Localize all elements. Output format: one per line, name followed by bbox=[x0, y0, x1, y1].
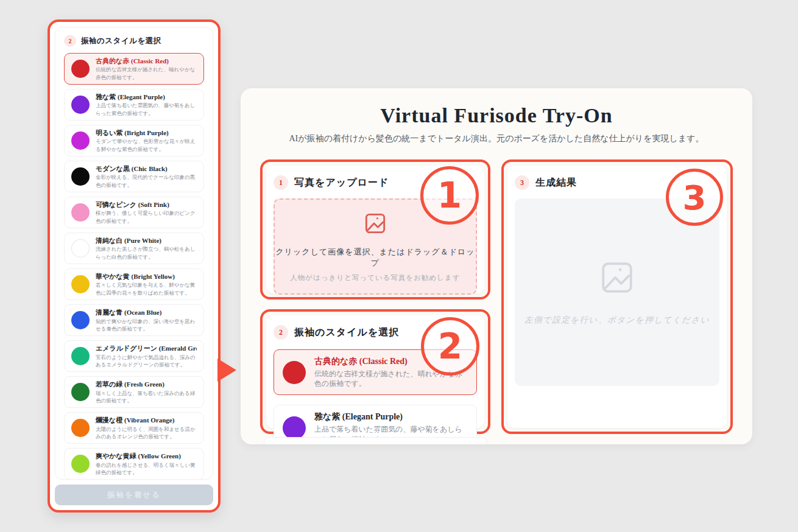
style-desc: 金彩が映える、現代的でクールな印象の黒色の振袖です。 bbox=[96, 173, 197, 189]
style-name: 清純な白 (Pure White) bbox=[96, 236, 197, 245]
color-swatch bbox=[71, 60, 90, 78]
style-name: モダンな黒 (Chic Black) bbox=[96, 164, 197, 173]
style-list: 古典的な赤 (Classic Red)伝統的な吉祥文様が施された、晴れやかな赤色… bbox=[64, 53, 204, 480]
color-swatch bbox=[71, 419, 90, 437]
annotation-circle-2: 2 bbox=[421, 317, 479, 376]
dropzone-instruction: クリックして画像を選択、またはドラッグ＆ドロップ bbox=[275, 247, 476, 268]
section-title: 生成結果 bbox=[535, 177, 577, 189]
style-desc: モダンで華やかな、色彩豊かな花々が映える鮮やかな紫色の振袖です。 bbox=[96, 138, 197, 153]
style-desc: 洗練された美しさが際立つ、鶴や松をあしらった白色の振袖です。 bbox=[96, 245, 197, 261]
style-desc: 春の訪れを感じさせる、明るく瑞々しい黄緑色の振袖です。 bbox=[96, 461, 197, 477]
style-option-fresh-green[interactable]: 若草の緑 (Fresh Green)瑞々しく上品な、落ち着いた深みのある緑色の振… bbox=[64, 376, 204, 408]
style-desc: 若々しく元気な印象を与える、鮮やかな黄色に四季の花々を散りばめた振袖です。 bbox=[96, 281, 197, 296]
style-option-bright-purple[interactable]: 明るい紫 (Bright Purple)モダンで華やかな、色彩豊かな花々が映える… bbox=[64, 125, 204, 156]
style-option-classic-red[interactable]: 古典的な赤 (Classic Red)伝統的な吉祥文様が施された、晴れやかな赤色… bbox=[64, 53, 204, 85]
style-name: 明るい紫 (Bright Purple) bbox=[305, 443, 478, 444]
image-icon bbox=[363, 211, 387, 238]
annotation-arrow-icon bbox=[217, 359, 236, 382]
step-badge: 2 bbox=[64, 35, 76, 47]
page-title: Virtual Furisode Try-On bbox=[241, 104, 752, 127]
style-select-panel: 2 振袖のスタイルを選択 古典的な赤 (Classic Red)伝統的な吉祥文様… bbox=[55, 27, 213, 480]
style-name: 若草の緑 (Fresh Green) bbox=[96, 380, 197, 389]
style-name: 雅な紫 (Elegant Purple) bbox=[96, 93, 197, 102]
style-option-pure-white[interactable]: 清純な白 (Pure White)洗練された美しさが際立つ、鶴や松をあしらった白… bbox=[64, 233, 204, 264]
style-option-ocean-blue[interactable]: 清麗な青 (Ocean Blue)知的で爽やかな印象の、深い海や空を思わせる青色… bbox=[64, 304, 204, 336]
style-name: 明るい紫 (Bright Purple) bbox=[96, 128, 197, 138]
color-swatch bbox=[71, 131, 90, 150]
color-swatch bbox=[71, 455, 90, 473]
color-swatch bbox=[283, 361, 306, 384]
color-swatch bbox=[71, 167, 90, 186]
result-placeholder: 左側で設定を行い、ボタンを押してください bbox=[515, 198, 719, 386]
section-title: 写真をアップロード bbox=[294, 177, 389, 189]
style-name: 華やかな黄 (Bright Yellow) bbox=[96, 272, 197, 281]
style-option-elegant-purple[interactable]: 雅な紫 (Elegant Purple)上品で落ち着いた雰囲気の、藤や菊をあしら… bbox=[64, 89, 204, 121]
style-option-bright-purple[interactable]: 明るい紫 (Bright Purple)モダンで華やかな、色彩豊かな花々が映える… bbox=[264, 437, 487, 444]
style-option-emerald-green[interactable]: エメラルドグリーン (Emerald Green)宝石のように鮮やかで気品溢れる… bbox=[64, 340, 204, 372]
color-swatch bbox=[283, 416, 306, 439]
panel-header: 2 振袖のスタイルを選択 bbox=[64, 35, 204, 47]
style-desc: 上品で落ち着いた雰囲気の、藤や菊をあしらった紫色の振袖です。 bbox=[96, 102, 197, 117]
style-name: 爽やかな黄緑 (Yellow Green) bbox=[96, 452, 197, 461]
color-swatch bbox=[71, 347, 90, 365]
panel-title: 振袖のスタイルを選択 bbox=[81, 36, 161, 46]
style-name: 雅な紫 (Elegant Purple) bbox=[314, 411, 468, 423]
annotation-circle-3: 3 bbox=[666, 169, 723, 226]
dress-up-button[interactable]: 振袖を着せる bbox=[55, 485, 213, 505]
style-option-chic-black[interactable]: モダンな黒 (Chic Black)金彩が映える、現代的でクールな印象の黒色の振… bbox=[64, 161, 204, 192]
color-swatch bbox=[71, 383, 90, 401]
page: 2 振袖のスタイルを選択 古典的な赤 (Classic Red)伝統的な吉祥文様… bbox=[0, 0, 798, 532]
color-swatch bbox=[71, 275, 90, 293]
style-option-bright-yellow[interactable]: 華やかな黄 (Bright Yellow)若々しく元気な印象を与える、鮮やかな黄… bbox=[64, 268, 204, 300]
style-desc: 瑞々しく上品な、落ち着いた深みのある緑色の振袖です。 bbox=[96, 390, 197, 405]
step-badge: 3 bbox=[515, 175, 529, 190]
color-swatch bbox=[71, 96, 90, 114]
style-desc: 宝石のように鮮やかで気品溢れる、深みのあるエメラルドグリーンの振袖です。 bbox=[96, 354, 197, 369]
color-swatch bbox=[71, 203, 90, 222]
sidebar-annotation-box: 2 振袖のスタイルを選択 古典的な赤 (Classic Red)伝統的な吉祥文様… bbox=[48, 19, 221, 513]
step-badge: 2 bbox=[274, 325, 288, 340]
section-title: 振袖のスタイルを選択 bbox=[294, 326, 399, 339]
style-name: 清麗な青 (Ocean Blue) bbox=[96, 308, 197, 317]
style-desc: 知的で爽やかな印象の、深い海や空を思わせる青色の振袖です。 bbox=[96, 318, 197, 333]
image-icon bbox=[598, 259, 636, 299]
main-panel: Virtual Furisode Try-On AIが振袖の着付けから髪色の統一… bbox=[241, 88, 752, 444]
step-badge: 1 bbox=[274, 175, 288, 190]
style-name: エメラルドグリーン (Emerald Green) bbox=[96, 344, 197, 353]
style-name: 可憐なピンク (Soft Pink) bbox=[96, 200, 197, 209]
style-desc: 桜が舞う、優しく可愛らしい印象のピンク色の振袖です。 bbox=[96, 209, 197, 225]
dropzone-hint: 人物がはっきりと写っている写真をお勧めします bbox=[290, 273, 460, 282]
style-option-yellow-green[interactable]: 爽やかな黄緑 (Yellow Green)春の訪れを感じさせる、明るく瑞々しい黄… bbox=[64, 448, 204, 480]
style-option-vibrant-orange[interactable]: 爛漫な橙 (Vibrant Orange)太陽のように明るく、周囲を和ませる温か… bbox=[64, 412, 204, 444]
style-option-soft-pink[interactable]: 可憐なピンク (Soft Pink)桜が舞う、優しく可愛らしい印象のピンク色の振… bbox=[64, 197, 204, 228]
page-subtitle: AIが振袖の着付けから髪色の統一までトータル演出。元のポーズを活かした自然な仕上… bbox=[241, 133, 752, 144]
color-swatch bbox=[71, 311, 90, 329]
style-desc: 伝統的な吉祥文様が施された、晴れやかな赤色の振袖です。 bbox=[96, 66, 197, 81]
style-name: 古典的な赤 (Classic Red) bbox=[96, 57, 197, 66]
annotation-circle-1: 1 bbox=[420, 166, 479, 225]
style-desc: 太陽のように明るく、周囲を和ませる温かみのあるオレンジ色の振袖です。 bbox=[96, 425, 197, 441]
color-swatch bbox=[71, 239, 90, 257]
style-name: 爛漫な橙 (Vibrant Orange) bbox=[96, 416, 197, 425]
result-placeholder-text: 左側で設定を行い、ボタンを押してください bbox=[524, 315, 710, 326]
